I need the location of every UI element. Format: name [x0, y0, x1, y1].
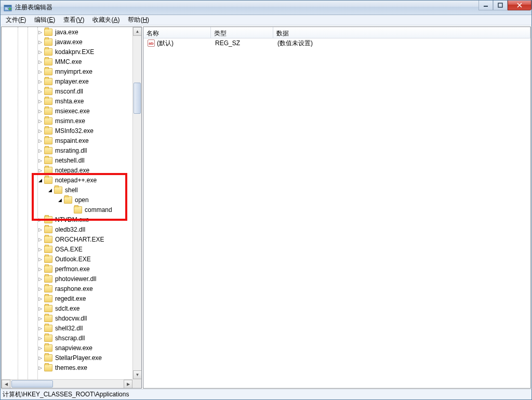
- collapse-icon[interactable]: ◢: [46, 188, 54, 193]
- collapse-icon[interactable]: ◢: [56, 197, 64, 203]
- tree-item[interactable]: ▷mnyimprt.exe: [2, 66, 132, 76]
- tree-item[interactable]: ▷java.exe: [2, 27, 132, 37]
- menubar: 文件(F) 编辑(E) 查看(V) 收藏夹(A) 帮助(H): [1, 15, 531, 25]
- column-header-name[interactable]: 名称: [143, 27, 211, 38]
- menu-edit[interactable]: 编辑(E): [30, 15, 59, 25]
- menu-favorites[interactable]: 收藏夹(A): [88, 15, 124, 25]
- expand-icon[interactable]: ▷: [36, 99, 44, 104]
- tree-item[interactable]: ▷netshell.dll: [2, 155, 132, 165]
- expand-icon[interactable]: ▷: [36, 286, 44, 291]
- tree-item[interactable]: ▷perfmon.exe: [2, 264, 132, 274]
- expand-icon[interactable]: ▷: [36, 217, 44, 222]
- tree-item[interactable]: ▷msiexec.exe: [2, 106, 132, 116]
- tree-item[interactable]: ▷shell32.dll: [2, 323, 132, 333]
- tree-item-label: MMC.exe: [54, 58, 83, 66]
- tree-item[interactable]: ▷kodakprv.EXE: [2, 47, 132, 57]
- tree-item[interactable]: ▷MSInfo32.exe: [2, 126, 132, 136]
- menu-file[interactable]: 文件(F): [2, 15, 30, 25]
- expand-icon[interactable]: ▷: [36, 316, 44, 321]
- expand-icon[interactable]: ▷: [36, 148, 44, 153]
- maximize-button[interactable]: [493, 0, 508, 10]
- tree-item[interactable]: ▷StellarPlayer.exe: [2, 353, 132, 363]
- tree-item[interactable]: ▷NTVDM.exe: [2, 215, 132, 224]
- tree-item[interactable]: ▷mspaint.exe: [2, 136, 132, 145]
- tree-vertical-scrollbar[interactable]: ▲ ▼: [132, 27, 141, 379]
- close-button[interactable]: [508, 0, 531, 10]
- tree-item[interactable]: ◢open: [2, 195, 132, 205]
- expand-icon[interactable]: ▷: [36, 158, 44, 163]
- expand-icon[interactable]: ▷: [36, 237, 44, 242]
- expand-icon[interactable]: ▷: [36, 89, 44, 94]
- titlebar[interactable]: 注册表编辑器: [1, 1, 531, 15]
- collapse-icon[interactable]: ◢: [36, 178, 44, 183]
- expand-icon[interactable]: ▷: [36, 257, 44, 262]
- expand-icon[interactable]: ▷: [36, 326, 44, 331]
- tree-item[interactable]: ▷javaw.exe: [2, 37, 132, 47]
- minimize-button[interactable]: [478, 0, 493, 10]
- folder-icon: [44, 335, 52, 342]
- menu-view[interactable]: 查看(V): [59, 15, 88, 25]
- tree-item[interactable]: command: [2, 205, 132, 215]
- expand-icon[interactable]: ▷: [36, 345, 44, 351]
- tree-item[interactable]: ▷Outlook.EXE: [2, 254, 132, 264]
- tree-item[interactable]: ▷MMC.exe: [2, 57, 132, 66]
- registry-tree[interactable]: ▷java.exe▷javaw.exe▷kodakprv.EXE▷MMC.exe…: [2, 27, 132, 379]
- expand-icon[interactable]: ▷: [36, 247, 44, 252]
- expand-icon[interactable]: ▷: [36, 168, 44, 173]
- expand-icon[interactable]: ▷: [36, 276, 44, 282]
- tree-item[interactable]: ▷msconf.dll: [2, 86, 132, 96]
- expand-icon[interactable]: ▷: [36, 266, 44, 272]
- tree-item[interactable]: ▷shdocvw.dll: [2, 313, 132, 323]
- tree-item[interactable]: ▷sdclt.exe: [2, 303, 132, 313]
- tree-item[interactable]: ▷shscrap.dll: [2, 333, 132, 343]
- expand-icon[interactable]: ▷: [36, 59, 44, 64]
- scroll-right-button[interactable]: ▶: [124, 380, 132, 388]
- tree-item[interactable]: ◢notepad++.exe: [2, 175, 132, 185]
- expand-icon[interactable]: ▷: [36, 39, 44, 45]
- scroll-left-button[interactable]: ◀: [2, 380, 10, 388]
- expand-icon[interactable]: ▷: [36, 109, 44, 114]
- menu-help[interactable]: 帮助(H): [124, 15, 153, 25]
- expand-icon[interactable]: ▷: [36, 30, 44, 35]
- tree-item[interactable]: ▷regedit.exe: [2, 294, 132, 303]
- tree-item[interactable]: ▷msrating.dll: [2, 145, 132, 155]
- column-header-data[interactable]: 数据: [273, 27, 530, 38]
- scroll-thumb-horizontal[interactable]: [11, 380, 53, 388]
- tree-item[interactable]: ▷mshta.exe: [2, 96, 132, 106]
- tree-item[interactable]: ▷OSA.EXE: [2, 244, 132, 254]
- values-list[interactable]: ab(默认)REG_SZ(数值未设置): [143, 38, 530, 388]
- expand-icon[interactable]: ▷: [36, 49, 44, 55]
- expand-icon[interactable]: ▷: [36, 365, 44, 370]
- tree-item-label: mshta.exe: [54, 97, 85, 105]
- tree-item[interactable]: ▷msimn.exe: [2, 116, 132, 126]
- expand-icon[interactable]: ▷: [36, 336, 44, 341]
- expand-icon[interactable]: ▷: [36, 118, 44, 124]
- tree-item-label: shdocvw.dll: [54, 314, 88, 323]
- expand-icon[interactable]: ▷: [36, 227, 44, 232]
- tree-item[interactable]: ▷photoviewer.dll: [2, 274, 132, 284]
- tree-item[interactable]: ▷notepad.exe: [2, 165, 132, 175]
- expand-icon[interactable]: ▷: [36, 355, 44, 361]
- tree-item[interactable]: ▷oledb32.dll: [2, 224, 132, 234]
- value-row[interactable]: ab(默认)REG_SZ(数值未设置): [143, 38, 530, 48]
- tree-item[interactable]: ▷ORGCHART.EXE: [2, 234, 132, 244]
- tree-item[interactable]: ▷themes.exe: [2, 363, 132, 372]
- scroll-down-button[interactable]: ▼: [133, 370, 141, 379]
- statusbar: 计算机\HKEY_CLASSES_ROOT\Applications: [1, 389, 531, 399]
- expand-icon[interactable]: ▷: [36, 128, 44, 134]
- tree-item[interactable]: ▷snapview.exe: [2, 343, 132, 353]
- expand-icon[interactable]: ▷: [36, 138, 44, 143]
- values-header[interactable]: 名称 类型 数据: [143, 27, 530, 38]
- tree-horizontal-scrollbar[interactable]: ◀ ▶: [2, 379, 132, 388]
- tree-item[interactable]: ▷rasphone.exe: [2, 284, 132, 294]
- tree-item-label: sdclt.exe: [54, 304, 81, 313]
- tree-item[interactable]: ◢shell: [2, 185, 132, 195]
- scroll-up-button[interactable]: ▲: [133, 27, 141, 36]
- expand-icon[interactable]: ▷: [36, 79, 44, 84]
- tree-item[interactable]: ▷mplayer.exe: [2, 76, 132, 86]
- expand-icon[interactable]: ▷: [36, 296, 44, 301]
- expand-icon[interactable]: ▷: [36, 306, 44, 311]
- expand-icon[interactable]: ▷: [36, 69, 44, 74]
- column-header-type[interactable]: 类型: [211, 27, 273, 38]
- scroll-thumb-vertical[interactable]: [134, 83, 141, 114]
